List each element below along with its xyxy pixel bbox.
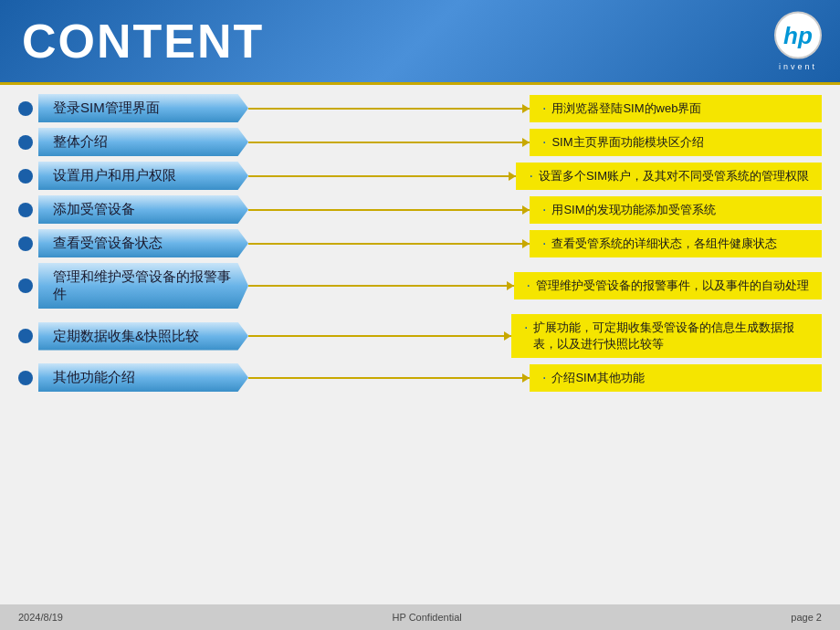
hp-logo-circle: hp — [774, 12, 822, 59]
right-label-8: ·介绍SIM其他功能 — [530, 364, 822, 392]
right-label-4: ·用SIM的发现功能添加受管系统 — [530, 196, 822, 224]
right-text-3: 设置多个SIM账户，及其对不同受管系统的管理权限 — [539, 168, 809, 184]
right-text-5: 查看受管系统的详细状态，各组件健康状态 — [551, 236, 777, 252]
left-label-3: 设置用户和用户权限 — [38, 162, 248, 190]
connector-5 — [248, 243, 530, 245]
bullet-7 — [18, 329, 33, 343]
connector-4 — [248, 209, 530, 211]
right-text-6: 管理维护受管设备的报警事件，以及事件的自动处理 — [536, 278, 809, 294]
content-row-4: 添加受管设备·用SIM的发现功能添加受管系统 — [18, 195, 822, 224]
footer: 2024/8/19 HP Confidential page 2 — [0, 604, 840, 630]
right-label-6: ·管理维护受管设备的报警事件，以及事件的自动处理 — [514, 272, 822, 299]
left-label-5: 查看受管设备状态 — [38, 229, 248, 257]
content-row-5: 查看受管设备状态·查看受管系统的详细状态，各组件健康状态 — [18, 229, 822, 257]
right-bullet-6: · — [527, 278, 530, 294]
hp-logo: hp invent — [774, 12, 822, 71]
slide-title: CONTENT — [22, 14, 264, 68]
right-label-2: ·SIM主页界面功能模块区介绍 — [530, 129, 822, 156]
right-bullet-4: · — [542, 202, 546, 218]
right-text-4: 用SIM的发现功能添加受管系统 — [551, 202, 715, 218]
left-label-4: 添加受管设备 — [38, 195, 248, 224]
slide: CONTENT hp invent 登录SIM管理界面·用浏览器登陆SIM的we… — [0, 0, 840, 630]
right-text-7: 扩展功能，可定期收集受管设备的信息生成数据报表，以及进行快照比较等 — [533, 320, 809, 352]
right-bullet-3: · — [529, 168, 532, 184]
left-label-6: 管理和维护受管设备的报警事件 — [38, 263, 248, 309]
content-row-7: 定期数据收集&快照比较·扩展功能，可定期收集受管设备的信息生成数据报表，以及进行… — [18, 314, 822, 358]
content-row-1: 登录SIM管理界面·用浏览器登陆SIM的web界面 — [18, 94, 822, 122]
right-bullet-2: · — [542, 134, 546, 151]
bullet-5 — [18, 236, 33, 251]
hp-logo-text: hp — [783, 24, 813, 47]
hp-invent-text: invent — [779, 62, 817, 71]
bullet-8 — [18, 371, 33, 385]
main-content: 登录SIM管理界面·用浏览器登陆SIM的web界面整体介绍·SIM主页界面功能模… — [0, 85, 840, 604]
right-bullet-1: · — [542, 100, 546, 117]
content-row-6: 管理和维护受管设备的报警事件·管理维护受管设备的报警事件，以及事件的自动处理 — [18, 263, 822, 309]
right-text-2: SIM主页界面功能模块区介绍 — [551, 134, 703, 151]
connector-6 — [248, 285, 514, 287]
left-label-1: 登录SIM管理界面 — [38, 94, 248, 122]
right-text-8: 介绍SIM其他功能 — [551, 370, 644, 386]
footer-confidential: HP Confidential — [393, 612, 462, 623]
right-bullet-7: · — [524, 320, 528, 336]
right-bullet-8: · — [542, 370, 546, 386]
content-row-3: 设置用户和用户权限·设置多个SIM账户，及其对不同受管系统的管理权限 — [18, 162, 822, 190]
connector-8 — [248, 377, 530, 379]
right-bullet-5: · — [542, 236, 546, 252]
content-row-2: 整体介绍·SIM主页界面功能模块区介绍 — [18, 128, 822, 156]
connector-2 — [248, 142, 530, 143]
connector-1 — [248, 108, 530, 110]
bullet-2 — [18, 135, 33, 150]
right-label-7: ·扩展功能，可定期收集受管设备的信息生成数据报表，以及进行快照比较等 — [511, 314, 822, 358]
bullet-6 — [18, 278, 33, 293]
footer-page: page 2 — [791, 612, 822, 623]
right-text-1: 用浏览器登陆SIM的web界面 — [551, 100, 701, 117]
footer-date: 2024/8/19 — [18, 612, 63, 623]
connector-7 — [248, 335, 511, 337]
left-label-7: 定期数据收集&快照比较 — [38, 322, 248, 351]
bullet-3 — [18, 169, 33, 184]
header: CONTENT hp invent — [0, 0, 840, 82]
bullet-1 — [18, 101, 33, 116]
right-label-3: ·设置多个SIM账户，及其对不同受管系统的管理权限 — [516, 163, 822, 190]
connector-3 — [248, 175, 516, 177]
right-label-1: ·用浏览器登陆SIM的web界面 — [530, 95, 822, 122]
content-row-8: 其他功能介绍·介绍SIM其他功能 — [18, 363, 822, 392]
bullet-4 — [18, 203, 33, 217]
left-label-2: 整体介绍 — [38, 128, 248, 156]
left-label-8: 其他功能介绍 — [38, 363, 248, 392]
right-label-5: ·查看受管系统的详细状态，各组件健康状态 — [530, 230, 822, 257]
